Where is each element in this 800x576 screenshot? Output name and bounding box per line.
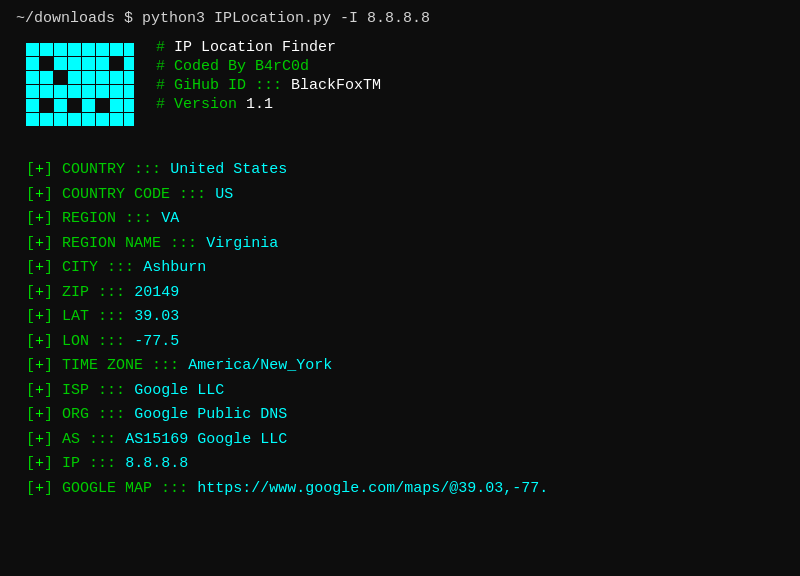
svg-rect-27	[110, 85, 123, 98]
hash-1: #	[156, 39, 165, 56]
bracket-close: ]	[44, 308, 53, 325]
info-row: [+] COUNTRY ::: United States	[26, 159, 784, 182]
svg-rect-12	[96, 57, 109, 70]
logo-art	[26, 43, 136, 139]
svg-rect-41	[124, 113, 134, 126]
result-label: AS	[62, 431, 80, 448]
svg-rect-20	[124, 71, 134, 84]
header-github-value: BlackFoxTM	[291, 77, 381, 94]
result-separator: :::	[89, 455, 116, 472]
result-value: 8.8.8.8	[125, 455, 188, 472]
bracket-open: [	[26, 235, 35, 252]
plus-sign: +	[35, 480, 44, 497]
result-separator: :::	[89, 431, 116, 448]
info-row: [+] ZIP ::: 20149	[26, 282, 784, 305]
info-row: [+] REGION ::: VA	[26, 208, 784, 231]
plus-sign: +	[35, 357, 44, 374]
svg-rect-34	[26, 113, 39, 126]
plus-sign: +	[35, 406, 44, 423]
plus-sign: +	[35, 259, 44, 276]
svg-rect-39	[96, 113, 109, 126]
bracket-close: ]	[44, 161, 53, 178]
bracket-open: [	[26, 186, 35, 203]
bracket-close: ]	[44, 259, 53, 276]
svg-rect-37	[68, 113, 81, 126]
plus-sign: +	[35, 308, 44, 325]
svg-rect-4	[82, 43, 95, 56]
header-title: IP Location Finder	[174, 39, 336, 56]
header-line-4: # Version 1.1	[156, 96, 381, 113]
header-text: # IP Location Finder # Coded By B4rC0d #…	[156, 39, 381, 115]
bracket-close: ]	[44, 382, 53, 399]
result-label: ZIP	[62, 284, 89, 301]
bracket-close: ]	[44, 431, 53, 448]
result-value: Ashburn	[143, 259, 206, 276]
bracket-open: [	[26, 308, 35, 325]
svg-rect-21	[26, 85, 39, 98]
plus-sign: +	[35, 186, 44, 203]
result-separator: :::	[125, 210, 152, 227]
svg-rect-18	[96, 71, 109, 84]
svg-rect-0	[26, 43, 39, 56]
bracket-close: ]	[44, 333, 53, 350]
bracket-close: ]	[44, 235, 53, 252]
svg-rect-6	[110, 43, 123, 56]
svg-rect-8	[26, 57, 39, 70]
svg-rect-3	[68, 43, 81, 56]
result-label: REGION	[62, 210, 116, 227]
bracket-open: [	[26, 284, 35, 301]
svg-rect-22	[40, 85, 53, 98]
svg-rect-10	[68, 57, 81, 70]
svg-rect-30	[54, 99, 67, 112]
result-separator: :::	[98, 284, 125, 301]
info-row: [+] ISP ::: Google LLC	[26, 380, 784, 403]
result-label: COUNTRY	[62, 161, 125, 178]
result-value: -77.5	[134, 333, 179, 350]
result-separator: :::	[161, 480, 188, 497]
svg-rect-15	[40, 71, 53, 84]
plus-sign: +	[35, 210, 44, 227]
svg-rect-23	[54, 85, 67, 98]
svg-rect-35	[40, 113, 53, 126]
info-row: [+] ORG ::: Google Public DNS	[26, 404, 784, 427]
result-label: LON	[62, 333, 89, 350]
result-separator: :::	[98, 382, 125, 399]
bracket-open: [	[26, 210, 35, 227]
svg-rect-38	[82, 113, 95, 126]
result-separator: :::	[134, 161, 161, 178]
plus-sign: +	[35, 161, 44, 178]
result-label: CITY	[62, 259, 98, 276]
result-value: United States	[170, 161, 287, 178]
result-value: US	[215, 186, 233, 203]
bracket-open: [	[26, 406, 35, 423]
result-separator: :::	[98, 308, 125, 325]
result-separator: :::	[98, 406, 125, 423]
header-line-3: # GiHub ID ::: BlackFoxTM	[156, 77, 381, 94]
plus-sign: +	[35, 235, 44, 252]
logo-svg	[26, 43, 134, 134]
info-row: [+] IP ::: 8.8.8.8	[26, 453, 784, 476]
bracket-close: ]	[44, 480, 53, 497]
result-value: VA	[161, 210, 179, 227]
bracket-open: [	[26, 259, 35, 276]
result-value: America/New_York	[188, 357, 332, 374]
plus-sign: +	[35, 284, 44, 301]
bracket-close: ]	[44, 186, 53, 203]
bracket-open: [	[26, 431, 35, 448]
header-line-2: # Coded By B4rC0d	[156, 58, 381, 75]
result-separator: :::	[152, 357, 179, 374]
result-label: LAT	[62, 308, 89, 325]
bracket-open: [	[26, 333, 35, 350]
bracket-open: [	[26, 382, 35, 399]
result-value: AS15169 Google LLC	[125, 431, 287, 448]
info-row: [+] CITY ::: Ashburn	[26, 257, 784, 280]
result-label: ORG	[62, 406, 89, 423]
info-row: [+] GOOGLE MAP ::: https://www.google.co…	[26, 478, 784, 501]
info-row: [+] TIME ZONE ::: America/New_York	[26, 355, 784, 378]
result-label: IP	[62, 455, 80, 472]
svg-rect-14	[26, 71, 39, 84]
bracket-close: ]	[44, 284, 53, 301]
bracket-close: ]	[44, 455, 53, 472]
bracket-close: ]	[44, 406, 53, 423]
bracket-close: ]	[44, 357, 53, 374]
